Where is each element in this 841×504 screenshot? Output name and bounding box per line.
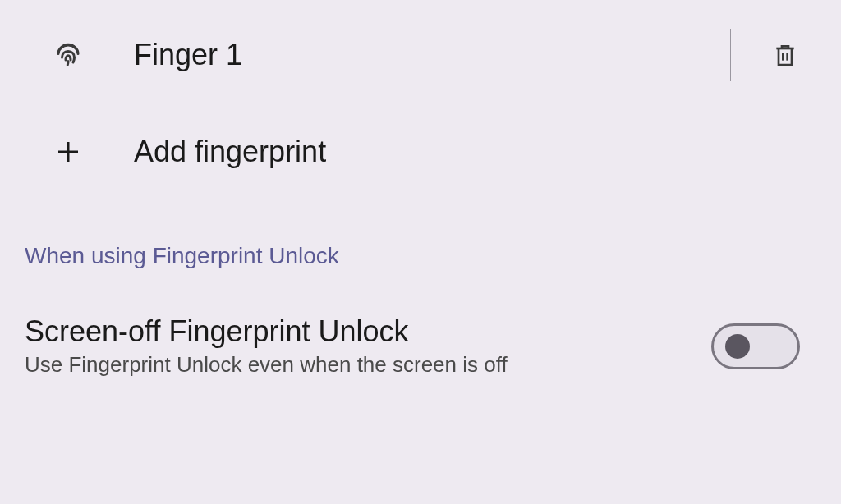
- divider: [730, 29, 731, 81]
- setting-subtitle: Use Fingerprint Unlock even when the scr…: [25, 352, 711, 378]
- delete-icon[interactable]: [770, 40, 800, 70]
- fingerprint-icon: [53, 40, 83, 70]
- add-fingerprint-label: Add fingerprint: [134, 135, 800, 169]
- toggle-knob: [725, 334, 750, 359]
- section-header: When using Fingerprint Unlock: [0, 194, 841, 282]
- setting-title: Screen-off Fingerprint Unlock: [25, 314, 711, 349]
- fingerprint-label: Finger 1: [134, 38, 691, 72]
- plus-icon: [53, 137, 83, 167]
- fingerprint-item[interactable]: Finger 1: [0, 0, 841, 110]
- screen-off-unlock-setting[interactable]: Screen-off Fingerprint Unlock Use Finger…: [0, 282, 841, 402]
- screen-off-unlock-toggle[interactable]: [711, 323, 800, 369]
- setting-text: Screen-off Fingerprint Unlock Use Finger…: [25, 314, 711, 378]
- add-fingerprint-button[interactable]: Add fingerprint: [0, 110, 841, 194]
